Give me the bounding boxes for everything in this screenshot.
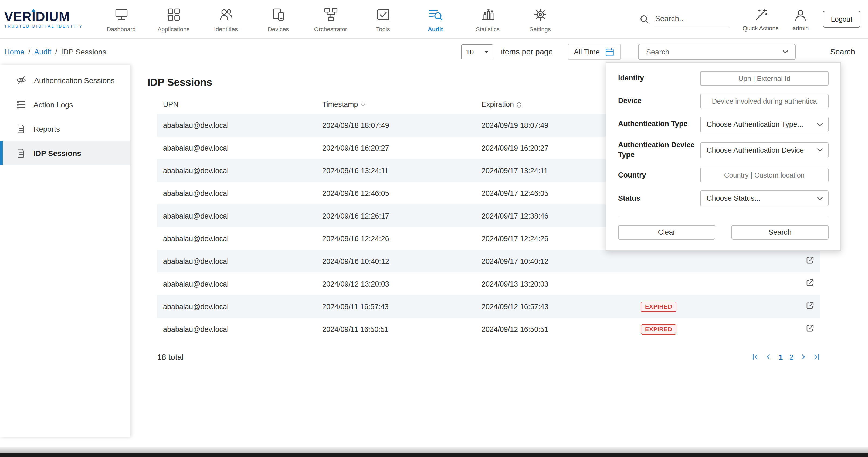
total-count: 18 total [157, 352, 184, 361]
device-label: Device [618, 96, 699, 106]
nav-item-dashboard[interactable]: Dashboard [95, 0, 147, 38]
status-select[interactable]: Choose Status... [700, 191, 829, 206]
last-page-icon[interactable] [813, 353, 820, 360]
nav-item-orchestrator[interactable]: Orchestrator [305, 0, 357, 38]
filter-row-country: Country [618, 168, 829, 183]
nav-label: Identities [214, 26, 238, 32]
cell-upn: ababalau@dev.local [157, 272, 316, 295]
filter-search-button[interactable]: Search [732, 225, 829, 240]
identity-label: Identity [618, 74, 699, 84]
cell-timestamp: 2024/09/16 10:40:12 [316, 250, 475, 272]
cell-upn: ababalau@dev.local [157, 250, 316, 272]
identities-icon [218, 6, 234, 22]
control-bar: Home / Audit / IDP Sessions 10 items per… [0, 39, 868, 65]
time-filter-label: All Time [574, 48, 600, 56]
first-page-icon[interactable] [752, 353, 759, 360]
chevron-down-icon [484, 51, 489, 53]
cell-upn: ababalau@dev.local [157, 204, 316, 227]
items-per-page-value: 10 [466, 48, 474, 56]
nav-item-tools[interactable]: Tools [357, 0, 409, 38]
nav-item-devices[interactable]: Devices [252, 0, 305, 38]
open-session-icon[interactable] [805, 324, 814, 333]
cell-upn: ababalau@dev.local [157, 318, 316, 340]
sidebar-item-idp-sessions[interactable]: IDP Sessions [0, 141, 130, 165]
nav-item-applications[interactable]: Applications [147, 0, 200, 38]
logout-button[interactable]: Logout [823, 11, 861, 28]
next-page-icon[interactable] [800, 353, 807, 360]
nav-item-identities[interactable]: Identities [200, 0, 252, 38]
cell-timestamp: 2024/09/16 12:26:17 [316, 204, 475, 227]
main-navigation: Dashboard Applications Identities Device… [95, 0, 566, 38]
sidebar-item-reports[interactable]: Reports [0, 117, 130, 141]
global-search [640, 12, 728, 27]
filter-row-identity: Identity [618, 71, 829, 86]
cell-status [635, 250, 799, 272]
user-icon [793, 7, 808, 22]
breadcrumb-separator: / [55, 47, 57, 56]
country-input[interactable] [700, 168, 829, 183]
veridium-logo[interactable]: VERIDIUM TRUSTED DIGITAL IDENTITY [4, 0, 95, 38]
cell-upn: ababalau@dev.local [157, 295, 316, 318]
cell-status [635, 272, 799, 295]
auth-device-type-label: Authentication Device Type [618, 140, 699, 160]
top-bar: VERIDIUM TRUSTED DIGITAL IDENTITY Dashbo… [0, 0, 868, 39]
cell-actions [799, 250, 820, 272]
logo-tagline: TRUSTED DIGITAL IDENTITY [4, 24, 95, 28]
filter-panel: Identity Device Authentication Type Choo… [606, 62, 841, 251]
sidebar-item-authentication-sessions[interactable]: Authentication Sessions [0, 68, 130, 92]
quick-actions-button[interactable]: Quick Actions [743, 7, 778, 31]
pagination: 1 2 [752, 353, 820, 361]
cell-upn: ababalau@dev.local [157, 227, 316, 250]
breadcrumb-audit[interactable]: Audit [34, 47, 52, 56]
clear-button[interactable]: Clear [618, 225, 715, 240]
logo-wordmark: VERIDIUM [4, 10, 95, 23]
cell-expiration: 2024/09/17 10:40:12 [475, 250, 635, 272]
cell-timestamp: 2024/09/18 16:20:27 [316, 136, 475, 159]
tools-icon [375, 6, 391, 22]
list-icon [16, 100, 26, 109]
column-header-timestamp[interactable]: Timestamp [316, 96, 475, 114]
sidebar: Authentication Sessions Action Logs Repo… [0, 65, 130, 437]
identity-input[interactable] [700, 71, 829, 86]
breadcrumb-home[interactable]: Home [4, 47, 25, 56]
nav-item-settings[interactable]: Settings [514, 0, 566, 38]
search-button[interactable]: Search [826, 44, 859, 59]
table-row[interactable]: ababalau@dev.local 2024/09/11 16:57:43 2… [157, 295, 820, 318]
dashboard-icon [113, 6, 129, 22]
open-session-icon[interactable] [805, 279, 814, 288]
sidebar-item-action-logs[interactable]: Action Logs [0, 92, 130, 117]
nav-label: Statistics [476, 26, 500, 32]
page-number-1[interactable]: 1 [779, 353, 783, 361]
nav-item-statistics[interactable]: Statistics [462, 0, 514, 38]
nav-item-audit[interactable]: Audit [409, 0, 462, 38]
open-session-icon[interactable] [805, 256, 814, 265]
cell-timestamp: 2024/09/16 12:24:26 [316, 227, 475, 250]
document-icon [16, 148, 26, 158]
time-filter-button[interactable]: All Time [568, 44, 621, 60]
chevron-down-icon [817, 148, 823, 152]
device-input[interactable] [700, 94, 829, 108]
global-search-input[interactable] [654, 12, 728, 27]
items-per-page-select[interactable]: 10 [461, 44, 493, 59]
status-badge: EXPIRED [641, 324, 677, 334]
cell-timestamp: 2024/09/16 13:24:11 [316, 159, 475, 182]
open-session-icon[interactable] [805, 301, 814, 310]
country-label: Country [618, 170, 699, 180]
table-row[interactable]: ababalau@dev.local 2024/09/16 10:40:12 2… [157, 250, 820, 272]
page-number-2[interactable]: 2 [789, 353, 794, 361]
status-label: Status [618, 194, 699, 203]
cell-expiration: 2024/09/12 16:50:51 [475, 318, 635, 340]
search-combobox[interactable]: Search [638, 44, 796, 60]
auth-type-label: Authentication Type [618, 120, 699, 129]
cell-expiration: 2024/09/12 16:57:43 [475, 295, 635, 318]
table-row[interactable]: ababalau@dev.local 2024/09/11 16:50:51 2… [157, 318, 820, 340]
cell-upn: ababalau@dev.local [157, 114, 316, 136]
table-row[interactable]: ababalau@dev.local 2024/09/12 13:20:03 2… [157, 272, 820, 295]
auth-device-type-select[interactable]: Choose Authentication Device [700, 142, 829, 158]
admin-label: admin [793, 25, 809, 31]
auth-type-select[interactable]: Choose Authentication Type... [700, 117, 829, 132]
previous-page-icon[interactable] [765, 353, 772, 360]
search-combobox-placeholder: Search [646, 48, 669, 56]
items-per-page-label: items per page [501, 47, 553, 56]
admin-user-button[interactable]: admin [793, 7, 809, 31]
